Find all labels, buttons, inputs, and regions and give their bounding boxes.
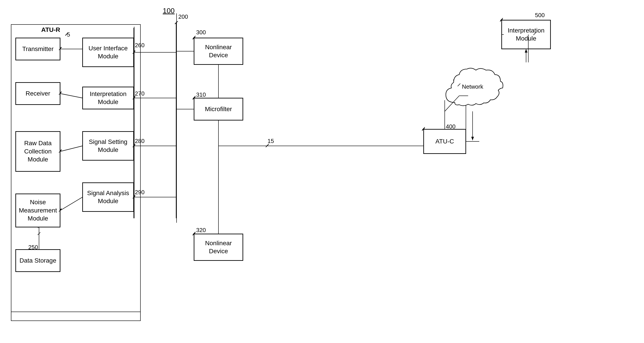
user-interface-box: User Interface Module bbox=[82, 38, 134, 67]
svg-rect-60 bbox=[11, 24, 140, 321]
label-290: 290 bbox=[135, 189, 144, 196]
nonlinear-bottom-label: Nonlinear Device bbox=[196, 239, 241, 256]
noise-measurement-label: Noise Measurement Module bbox=[18, 198, 58, 223]
svg-line-39 bbox=[175, 21, 178, 24]
svg-line-11 bbox=[60, 93, 82, 98]
atu-c-box: ATU-C bbox=[424, 129, 466, 154]
svg-line-70 bbox=[38, 232, 40, 235]
label-310: 310 bbox=[196, 91, 206, 98]
interpretation-left-box: Interpretation Module bbox=[82, 87, 134, 109]
label-5-atur: 5 bbox=[67, 31, 70, 38]
svg-line-63 bbox=[60, 93, 82, 98]
raw-data-label: Raw Data Collection Module bbox=[18, 139, 58, 163]
data-storage-label: Data Storage bbox=[20, 257, 56, 265]
network-cloud: Network bbox=[441, 62, 504, 111]
main-title: 100 bbox=[163, 7, 174, 15]
diagram: 100 ATU-R 200 210 220 230 240 250 260 27… bbox=[0, 0, 644, 343]
interpretation-left-label: Interpretation Module bbox=[85, 90, 132, 106]
atu-c-label: ATU-C bbox=[435, 137, 454, 145]
label-280: 280 bbox=[135, 138, 144, 145]
nonlinear-top-label: Nonlinear Device bbox=[196, 43, 241, 59]
svg-line-65 bbox=[60, 146, 82, 151]
nonlinear-bottom-box: Nonlinear Device bbox=[194, 234, 243, 261]
noise-measurement-box: Noise Measurement Module bbox=[16, 194, 60, 227]
svg-line-91 bbox=[266, 145, 268, 147]
signal-setting-box: Signal Setting Module bbox=[82, 131, 134, 160]
label-500: 500 bbox=[535, 12, 544, 19]
interpretation-right-label: Interpretation Module bbox=[504, 26, 548, 43]
signal-setting-label: Signal Setting Module bbox=[85, 138, 132, 154]
receiver-label: Receiver bbox=[26, 89, 50, 98]
svg-line-12 bbox=[60, 146, 82, 151]
label-260: 260 bbox=[135, 42, 144, 49]
signal-analysis-label: Signal Analysis Module bbox=[85, 189, 132, 205]
label-270: 270 bbox=[135, 90, 144, 97]
microfilter-label: Microfilter bbox=[205, 105, 232, 113]
user-interface-label: User Interface Module bbox=[85, 44, 132, 61]
signal-analysis-box: Signal Analysis Module bbox=[82, 183, 134, 212]
network-label: Network bbox=[462, 83, 483, 90]
raw-data-box: Raw Data Collection Module bbox=[16, 131, 60, 171]
interpretation-right-box: Interpretation Module bbox=[502, 20, 550, 49]
nonlinear-top-box: Nonlinear Device bbox=[194, 38, 243, 65]
svg-line-13 bbox=[60, 197, 82, 211]
label-300: 300 bbox=[196, 29, 206, 36]
data-storage-box: Data Storage bbox=[16, 250, 60, 272]
label-15: 15 bbox=[268, 138, 274, 145]
svg-line-67 bbox=[60, 197, 82, 211]
receiver-box: Receiver bbox=[16, 82, 60, 105]
transmitter-box: Transmitter bbox=[16, 38, 60, 60]
atu-r-label: ATU-R bbox=[41, 26, 60, 33]
svg-line-82 bbox=[175, 21, 178, 24]
microfilter-box: Microfilter bbox=[194, 98, 243, 120]
label-320: 320 bbox=[196, 227, 206, 234]
transmitter-label: Transmitter bbox=[22, 45, 54, 53]
label-200: 200 bbox=[178, 13, 188, 20]
